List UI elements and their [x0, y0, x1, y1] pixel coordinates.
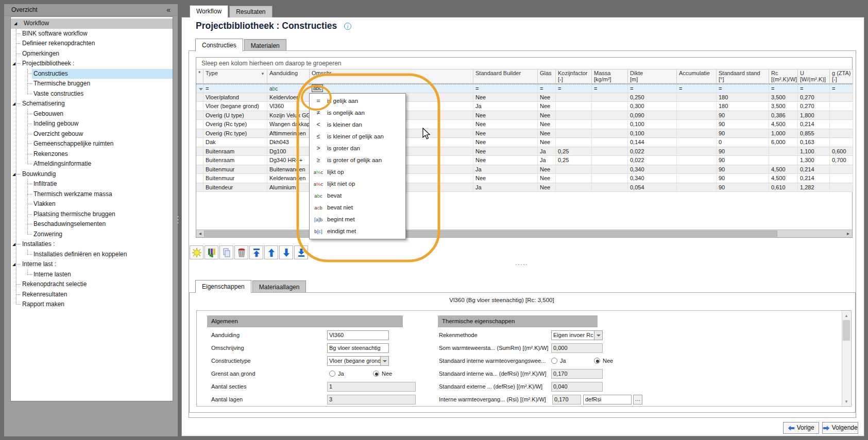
expand-icon[interactable]: ◢: [12, 169, 15, 180]
expand-icon[interactable]: ◢: [12, 239, 15, 250]
table-row[interactable]: Overig (Rc type)Wangen dakkapelNeeNee0,1…: [196, 120, 853, 129]
filter-cell-aanduiding[interactable]: abc: [267, 84, 310, 93]
import-from-library-button[interactable]: [205, 245, 218, 259]
scroll-down-icon[interactable]: ▾: [842, 397, 850, 406]
expand-icon[interactable]: ◢: [12, 59, 15, 69]
main-tab-resultaten[interactable]: Resultaten: [229, 6, 272, 17]
scroll-up-icon[interactable]: ▴: [842, 311, 850, 320]
tree-item-bouwkundig[interactable]: ◢Bouwkundig: [11, 169, 173, 180]
col-header-type[interactable]: Type▼: [203, 69, 267, 84]
filter-menu-item-is-kleiner-of-gelijk-aan[interactable]: ≤is kleiner of gelijk aan: [310, 131, 405, 143]
tree-item-interne-last[interactable]: ◢Interne last :: [11, 259, 173, 270]
move-to-bottom-button[interactable]: [294, 245, 308, 259]
col-header-g-zta[interactable]: g (ZTA)[-]: [830, 69, 853, 84]
filter-menu-item-bevat[interactable]: abcbevat: [310, 190, 405, 202]
som-warmteweersta-sumrm-m-k-w-field[interactable]: 0,000: [551, 343, 603, 353]
tree-item-installaties[interactable]: ◢Installaties :: [11, 239, 173, 250]
tree-item-workflow[interactable]: ◢Workflow: [11, 19, 173, 29]
filter-menu-item-lijkt-niet-op[interactable]: a%clijkt niet op: [310, 178, 405, 190]
table-row[interactable]: Overig (Rc type)AftimmeringenNeeNee0,100…: [196, 129, 853, 138]
horizontal-scrollbar[interactable]: ◂ ▸: [196, 230, 852, 237]
chevron-down-icon[interactable]: [594, 331, 602, 340]
tree-item-bink-software-workflow[interactable]: BINK software workflow: [11, 29, 173, 39]
chevron-down-icon[interactable]: [380, 357, 388, 365]
standaard-interne-warmteovergangswee-radio-ja[interactable]: Ja: [551, 356, 566, 366]
ellipsis-button[interactable]: …: [633, 395, 642, 404]
filter-menu-item-lijkt-op[interactable]: a%clijkt op: [310, 166, 405, 178]
aantal-lagen-field[interactable]: 3: [327, 395, 416, 404]
filter-menu-item-bevat-niet[interactable]: acbbevat niet: [310, 202, 405, 214]
filter-type-button[interactable]: abc: [312, 84, 323, 92]
filter-cell-kozijnfactor[interactable]: =: [556, 84, 592, 93]
tree-item-opmerkingen[interactable]: Opmerkingen: [11, 49, 173, 59]
col-header-aanduiding[interactable]: Aanduiding: [267, 69, 310, 84]
table-row[interactable]: BuitenmuurKelderwandenNeeNee0,340904,500…: [196, 174, 853, 183]
detail-tab-materiaallagen[interactable]: Materiaallagen: [252, 280, 307, 293]
tab-constructies[interactable]: Constructies: [195, 39, 243, 51]
aanduiding-field[interactable]: Vl360: [327, 330, 389, 340]
tree-item-constructies[interactable]: Constructies: [11, 69, 173, 79]
tree-item-schematisering[interactable]: ◢Schematisering: [11, 99, 173, 109]
tree-item-gebouwen[interactable]: Gebouwen: [11, 109, 173, 119]
filter-cell-glas[interactable]: =: [538, 84, 556, 93]
move-to-top-button[interactable]: [249, 245, 263, 259]
tab-materialen[interactable]: Materialen: [244, 39, 286, 51]
new-item-button[interactable]: [190, 245, 203, 259]
aantal-secties-field[interactable]: 1: [327, 382, 416, 392]
table-row[interactable]: BuitenmuurBuitenwandenJaNee0,340904,5000…: [196, 165, 853, 174]
filter-menu-item-is-groter-of-gelijk-aan[interactable]: ≥is groter of gelijk aan: [310, 154, 405, 166]
filter-cell-type[interactable]: =: [203, 84, 267, 93]
tree-item-afmeldingsinformatie[interactable]: Afmeldingsinformatie: [11, 159, 173, 169]
filter-cell-dikte[interactable]: =: [628, 84, 677, 93]
table-row[interactable]: Vloer (begane grond)Vl360JaNee0,3001803,…: [196, 102, 853, 111]
filter-cell-accumulatie[interactable]: =: [677, 84, 717, 93]
col-header-kozijnfactor[interactable]: Kozijnfactor[-]: [556, 69, 592, 84]
omschrijving-field[interactable]: Bg vloer steenachtig: [327, 343, 389, 353]
col-header-u[interactable]: U[W/(m².K)]: [798, 69, 830, 84]
tree-item-beschaduwingselementen[interactable]: Beschaduwingselementen: [11, 219, 173, 230]
standaard-externe-defrse-m-k-w-field[interactable]: 0,040: [551, 382, 603, 392]
filter-menu-item-is-ongelijk-aan[interactable]: ≠is ongelijk aan: [310, 107, 405, 119]
filter-cell-rc[interactable]: =: [769, 84, 798, 93]
table-row[interactable]: Overig (U type)Kozijn Velux GGLNeeNee0,0…: [196, 111, 853, 120]
filter-menu-item-is-kleiner-dan[interactable]: <is kleiner dan: [310, 119, 405, 131]
col-header-massa[interactable]: Massa[kg/m²]: [592, 69, 628, 84]
col-header-rc[interactable]: Rc[(m².K)/W]: [769, 69, 798, 84]
copy-button[interactable]: [219, 245, 233, 259]
filter-cell-g-zta[interactable]: =: [830, 84, 853, 93]
filter-menu-item-is-groter-dan[interactable]: >is groter dan: [310, 143, 405, 154]
filter-cell-standaard-stand[interactable]: =: [717, 84, 769, 93]
table-row[interactable]: BuitenraamDg100NeeJa0,250,022901,1000,60…: [196, 147, 853, 156]
tree-item-plaatsing-thermische-bruggen[interactable]: Plaatsing thermische bruggen: [11, 209, 173, 220]
previous-button[interactable]: Vorige: [783, 422, 819, 434]
filter-menu-item-is-gelijk-aan[interactable]: =is gelijk aan: [310, 95, 405, 107]
grenst-aan-grond-radio-ja[interactable]: Ja: [329, 369, 344, 379]
col-header-accumulatie[interactable]: Accumulatie: [677, 69, 717, 84]
tree-item-rekenzones[interactable]: Rekenzones: [11, 149, 173, 160]
filter-menu-item-eindigt-met[interactable]: b[c]eindigt met: [310, 225, 405, 237]
col-header-dikte[interactable]: Dikte[m]: [628, 69, 677, 84]
next-button[interactable]: Volgende: [822, 422, 858, 434]
col-header-standaard-builder[interactable]: Standaard Builder: [473, 69, 538, 84]
tree-item-indeling-gebouw[interactable]: Indeling gebouw: [11, 119, 173, 129]
tree-item-rapport-maken[interactable]: Rapport maken: [11, 300, 173, 310]
interne-warmteovergang-rsi-m-k-w-ref-field[interactable]: defRsi: [583, 395, 632, 404]
scroll-right-icon[interactable]: ▸: [844, 230, 852, 237]
tree-item-zonwering[interactable]: Zonwering: [11, 230, 173, 240]
expand-icon[interactable]: ◢: [12, 99, 15, 109]
tree-item-gemeenschappelijke-ruimten[interactable]: Gemeenschappelijke ruimten: [11, 139, 173, 149]
tree-item-definieer-rekenopdrachten[interactable]: Definieer rekenopdrachten: [11, 39, 173, 49]
detail-tab-eigenschappen[interactable]: Eigenschappen: [195, 280, 251, 293]
table-row[interactable]: DakDkh043NeeNee0,14406,0000,163: [196, 138, 853, 147]
interne-warmteovergang-rsi-m-k-w-value-field[interactable]: 0,170: [552, 395, 581, 404]
tree-item-interne-lasten[interactable]: Interne lasten: [11, 270, 173, 280]
filter-cell-massa[interactable]: =: [592, 84, 628, 93]
info-icon[interactable]: i: [344, 23, 351, 30]
scroll-left-icon[interactable]: ◂: [196, 230, 204, 237]
tree-item-rekenopdracht-selectie[interactable]: Rekenopdracht selectie: [11, 279, 173, 290]
tree-item-overzicht-gebouw[interactable]: Overzicht gebouw: [11, 129, 173, 139]
tree-item-vlakken[interactable]: Vlakken: [11, 199, 173, 209]
col-header-standaard-stand[interactable]: Standaard stand[°]: [717, 69, 769, 84]
move-up-button[interactable]: [264, 245, 278, 259]
expand-icon[interactable]: ◢: [12, 259, 15, 270]
